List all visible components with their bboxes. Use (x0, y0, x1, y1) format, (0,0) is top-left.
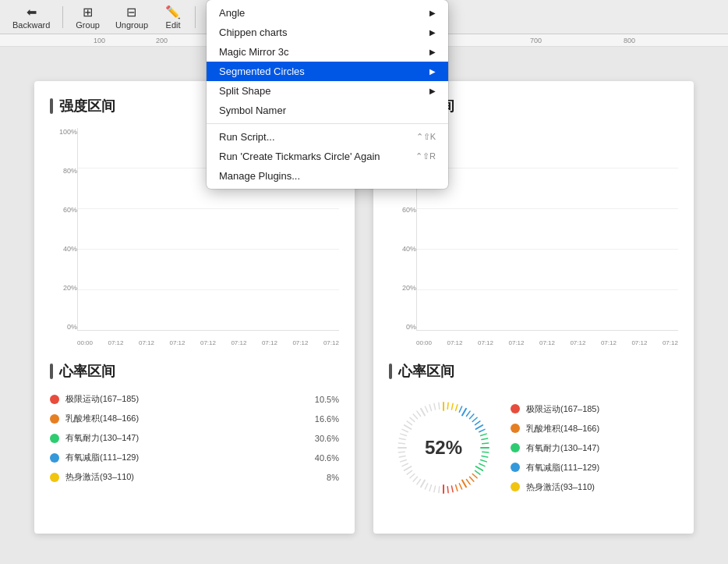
menu-item-angle-label: Angle (219, 7, 245, 19)
menu-item-split[interactable]: Split Shape ▶ (207, 81, 448, 101)
submenu-arrow-split: ▶ (429, 87, 436, 95)
dropdown-menu: Angle ▶ Chippen charts ▶ Magic Mirror 3c… (207, 0, 448, 189)
menu-item-magic-label: Magic Mirror 3c (219, 46, 289, 58)
submenu-arrow-magic: ▶ (429, 48, 436, 56)
submenu-arrow-angle: ▶ (429, 9, 436, 17)
menu-item-run-script-label: Run Script... (219, 131, 275, 143)
menu-item-segmented[interactable]: Segmented Circles ▶ (207, 62, 448, 81)
menu-item-manage[interactable]: Manage Plugins... (207, 166, 448, 186)
menu-item-run-create-label: Run 'Create Tickmarks Circle' Again (219, 151, 380, 162)
submenu-arrow-segmented: ▶ (429, 67, 436, 76)
menu-item-chippen[interactable]: Chippen charts ▶ (207, 23, 448, 42)
menu-item-angle[interactable]: Angle ▶ (207, 3, 448, 23)
menu-item-chippen-label: Chippen charts (219, 27, 287, 38)
menu-separator-1 (207, 123, 448, 124)
menu-item-segmented-label: Segmented Circles (219, 66, 305, 77)
menu-item-manage-label: Manage Plugins... (219, 170, 300, 182)
menu-item-split-label: Split Shape (219, 85, 271, 97)
menu-item-run-create[interactable]: Run 'Create Tickmarks Circle' Again ⌃⇧R (207, 147, 448, 166)
menu-item-magic[interactable]: Magic Mirror 3c ▶ (207, 42, 448, 62)
menu-item-symbol-label: Symbol Namer (219, 105, 286, 116)
menu-item-symbol[interactable]: Symbol Namer (207, 101, 448, 120)
submenu-arrow-chippen: ▶ (429, 28, 436, 37)
dropdown-overlay[interactable]: Angle ▶ Chippen charts ▶ Magic Mirror 3c… (0, 0, 728, 564)
run-script-shortcut: ⌃⇧K (416, 132, 436, 142)
run-create-shortcut: ⌃⇧R (415, 151, 436, 161)
menu-item-run-script[interactable]: Run Script... ⌃⇧K (207, 127, 448, 147)
